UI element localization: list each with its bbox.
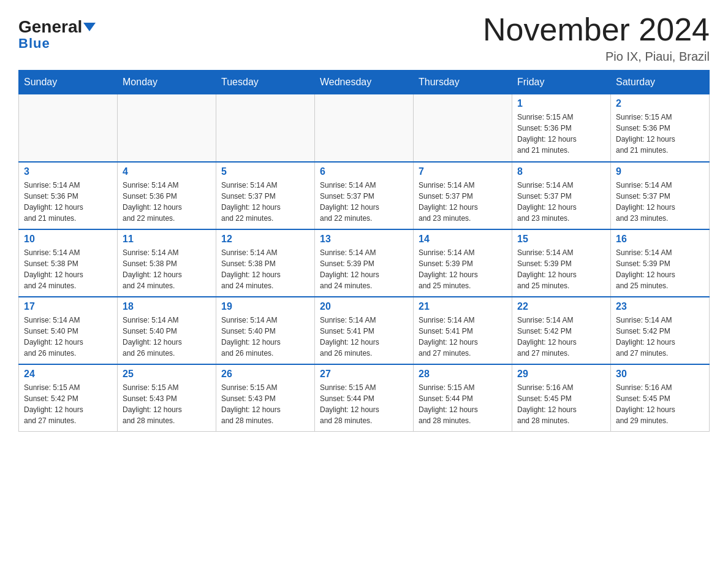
- day-info: Sunrise: 5:14 AMSunset: 5:40 PMDaylight:…: [221, 315, 309, 359]
- calendar-cell: 12Sunrise: 5:14 AMSunset: 5:38 PMDayligh…: [216, 229, 315, 297]
- calendar-cell: 26Sunrise: 5:15 AMSunset: 5:43 PMDayligh…: [216, 364, 315, 432]
- calendar-cell: 17Sunrise: 5:14 AMSunset: 5:40 PMDayligh…: [19, 297, 118, 364]
- day-number: 11: [123, 234, 211, 245]
- day-header-saturday: Saturday: [611, 71, 710, 94]
- day-number: 13: [320, 234, 408, 245]
- day-info: Sunrise: 5:14 AMSunset: 5:38 PMDaylight:…: [24, 247, 112, 291]
- day-info: Sunrise: 5:15 AMSunset: 5:44 PMDaylight:…: [320, 382, 408, 426]
- day-header-thursday: Thursday: [414, 71, 512, 94]
- day-header-tuesday: Tuesday: [216, 71, 315, 94]
- day-info: Sunrise: 5:15 AMSunset: 5:36 PMDaylight:…: [517, 112, 605, 156]
- logo-blue-text: Blue: [18, 36, 50, 51]
- day-number: 7: [419, 166, 507, 177]
- day-info: Sunrise: 5:14 AMSunset: 5:37 PMDaylight:…: [221, 180, 309, 224]
- day-number: 9: [616, 166, 704, 177]
- logo: General Blue: [18, 18, 96, 52]
- day-info: Sunrise: 5:14 AMSunset: 5:37 PMDaylight:…: [419, 180, 507, 224]
- calendar-week-row: 1Sunrise: 5:15 AMSunset: 5:36 PMDaylight…: [19, 94, 710, 162]
- day-number: 4: [123, 166, 211, 177]
- day-number: 6: [320, 166, 408, 177]
- calendar-cell: 1Sunrise: 5:15 AMSunset: 5:36 PMDaylight…: [512, 94, 611, 162]
- day-number: 14: [419, 234, 507, 245]
- day-info: Sunrise: 5:14 AMSunset: 5:39 PMDaylight:…: [419, 247, 507, 291]
- day-info: Sunrise: 5:16 AMSunset: 5:45 PMDaylight:…: [517, 382, 605, 426]
- calendar-cell: 28Sunrise: 5:15 AMSunset: 5:44 PMDayligh…: [414, 364, 512, 432]
- day-number: 19: [221, 301, 309, 312]
- day-number: 29: [517, 369, 605, 380]
- calendar-cell: [19, 94, 118, 162]
- day-number: 26: [221, 369, 309, 380]
- day-info: Sunrise: 5:14 AMSunset: 5:41 PMDaylight:…: [419, 315, 507, 359]
- calendar-cell: [118, 94, 216, 162]
- day-info: Sunrise: 5:14 AMSunset: 5:39 PMDaylight:…: [616, 247, 704, 291]
- day-number: 23: [616, 301, 704, 312]
- day-info: Sunrise: 5:14 AMSunset: 5:39 PMDaylight:…: [320, 247, 408, 291]
- day-info: Sunrise: 5:15 AMSunset: 5:43 PMDaylight:…: [221, 382, 309, 426]
- day-info: Sunrise: 5:14 AMSunset: 5:37 PMDaylight:…: [616, 180, 704, 224]
- calendar-cell: 10Sunrise: 5:14 AMSunset: 5:38 PMDayligh…: [19, 229, 118, 297]
- day-info: Sunrise: 5:16 AMSunset: 5:45 PMDaylight:…: [616, 382, 704, 426]
- day-number: 2: [616, 98, 704, 109]
- day-number: 20: [320, 301, 408, 312]
- day-info: Sunrise: 5:14 AMSunset: 5:38 PMDaylight:…: [221, 247, 309, 291]
- day-info: Sunrise: 5:14 AMSunset: 5:37 PMDaylight:…: [320, 180, 408, 224]
- day-number: 12: [221, 234, 309, 245]
- calendar-week-row: 10Sunrise: 5:14 AMSunset: 5:38 PMDayligh…: [19, 229, 710, 297]
- calendar-table: SundayMondayTuesdayWednesdayThursdayFrid…: [18, 70, 710, 432]
- calendar-cell: 24Sunrise: 5:15 AMSunset: 5:42 PMDayligh…: [19, 364, 118, 432]
- day-info: Sunrise: 5:15 AMSunset: 5:44 PMDaylight:…: [419, 382, 507, 426]
- calendar-cell: 7Sunrise: 5:14 AMSunset: 5:37 PMDaylight…: [414, 162, 512, 229]
- calendar-header-row: SundayMondayTuesdayWednesdayThursdayFrid…: [19, 71, 710, 94]
- day-number: 24: [24, 369, 112, 380]
- calendar-week-row: 3Sunrise: 5:14 AMSunset: 5:36 PMDaylight…: [19, 162, 710, 229]
- calendar-cell: 5Sunrise: 5:14 AMSunset: 5:37 PMDaylight…: [216, 162, 315, 229]
- calendar-cell: 13Sunrise: 5:14 AMSunset: 5:39 PMDayligh…: [315, 229, 414, 297]
- day-info: Sunrise: 5:14 AMSunset: 5:37 PMDaylight:…: [517, 180, 605, 224]
- calendar-cell: 2Sunrise: 5:15 AMSunset: 5:36 PMDaylight…: [611, 94, 710, 162]
- calendar-week-row: 17Sunrise: 5:14 AMSunset: 5:40 PMDayligh…: [19, 297, 710, 364]
- day-info: Sunrise: 5:14 AMSunset: 5:39 PMDaylight:…: [517, 247, 605, 291]
- month-title: November 2024: [483, 12, 710, 47]
- day-info: Sunrise: 5:14 AMSunset: 5:36 PMDaylight:…: [24, 180, 112, 224]
- day-number: 27: [320, 369, 408, 380]
- day-number: 28: [419, 369, 507, 380]
- day-info: Sunrise: 5:14 AMSunset: 5:38 PMDaylight:…: [123, 247, 211, 291]
- calendar-cell: 4Sunrise: 5:14 AMSunset: 5:36 PMDaylight…: [118, 162, 216, 229]
- title-area: November 2024 Pio IX, Piaui, Brazil: [483, 12, 710, 64]
- calendar-cell: 21Sunrise: 5:14 AMSunset: 5:41 PMDayligh…: [414, 297, 512, 364]
- calendar-cell: 14Sunrise: 5:14 AMSunset: 5:39 PMDayligh…: [414, 229, 512, 297]
- calendar-cell: 22Sunrise: 5:14 AMSunset: 5:42 PMDayligh…: [512, 297, 611, 364]
- day-number: 22: [517, 301, 605, 312]
- day-number: 15: [517, 234, 605, 245]
- day-header-friday: Friday: [512, 71, 611, 94]
- day-info: Sunrise: 5:15 AMSunset: 5:42 PMDaylight:…: [24, 382, 112, 426]
- day-info: Sunrise: 5:14 AMSunset: 5:42 PMDaylight:…: [616, 315, 704, 359]
- calendar-cell: 18Sunrise: 5:14 AMSunset: 5:40 PMDayligh…: [118, 297, 216, 364]
- calendar-cell: 30Sunrise: 5:16 AMSunset: 5:45 PMDayligh…: [611, 364, 710, 432]
- day-number: 16: [616, 234, 704, 245]
- day-number: 10: [24, 234, 112, 245]
- calendar-cell: 19Sunrise: 5:14 AMSunset: 5:40 PMDayligh…: [216, 297, 315, 364]
- logo-general-text: General: [18, 18, 82, 36]
- calendar-cell: 20Sunrise: 5:14 AMSunset: 5:41 PMDayligh…: [315, 297, 414, 364]
- day-info: Sunrise: 5:15 AMSunset: 5:43 PMDaylight:…: [123, 382, 211, 426]
- day-number: 1: [517, 98, 605, 109]
- calendar-cell: 9Sunrise: 5:14 AMSunset: 5:37 PMDaylight…: [611, 162, 710, 229]
- day-number: 3: [24, 166, 112, 177]
- calendar-cell: 6Sunrise: 5:14 AMSunset: 5:37 PMDaylight…: [315, 162, 414, 229]
- day-info: Sunrise: 5:14 AMSunset: 5:42 PMDaylight:…: [517, 315, 605, 359]
- day-info: Sunrise: 5:14 AMSunset: 5:36 PMDaylight:…: [123, 180, 211, 224]
- day-number: 21: [419, 301, 507, 312]
- calendar-cell: [414, 94, 512, 162]
- location-title: Pio IX, Piaui, Brazil: [483, 50, 710, 64]
- calendar-cell: 3Sunrise: 5:14 AMSunset: 5:36 PMDaylight…: [19, 162, 118, 229]
- calendar-cell: 29Sunrise: 5:16 AMSunset: 5:45 PMDayligh…: [512, 364, 611, 432]
- calendar-cell: [315, 94, 414, 162]
- day-number: 30: [616, 369, 704, 380]
- day-number: 17: [24, 301, 112, 312]
- calendar-cell: 27Sunrise: 5:15 AMSunset: 5:44 PMDayligh…: [315, 364, 414, 432]
- day-info: Sunrise: 5:14 AMSunset: 5:40 PMDaylight:…: [24, 315, 112, 359]
- day-number: 8: [517, 166, 605, 177]
- day-info: Sunrise: 5:14 AMSunset: 5:40 PMDaylight:…: [123, 315, 211, 359]
- calendar-cell: [216, 94, 315, 162]
